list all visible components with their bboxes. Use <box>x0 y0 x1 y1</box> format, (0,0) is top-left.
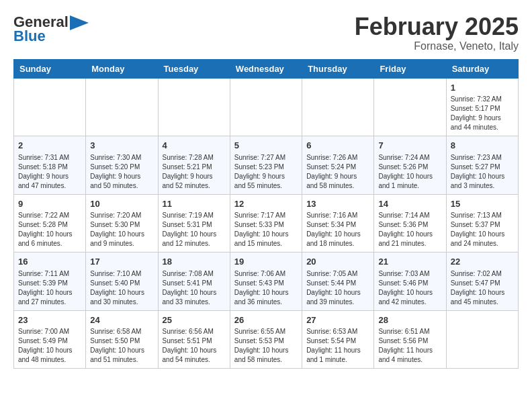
day-number: 12 <box>234 198 298 210</box>
day-info: Sunrise: 7:30 AM Sunset: 5:20 PM Dayligh… <box>90 153 153 191</box>
day-info: Sunrise: 7:06 AM Sunset: 5:43 PM Dayligh… <box>234 269 298 307</box>
day-number: 15 <box>451 198 514 210</box>
calendar-cell: 15Sunrise: 7:13 AM Sunset: 5:37 PM Dayli… <box>446 194 518 253</box>
calendar-cell <box>374 78 446 136</box>
calendar-cell: 8Sunrise: 7:23 AM Sunset: 5:27 PM Daylig… <box>446 136 518 195</box>
day-number: 18 <box>163 256 226 268</box>
calendar-cell: 25Sunrise: 6:56 AM Sunset: 5:51 PM Dayli… <box>158 310 230 369</box>
day-info: Sunrise: 6:55 AM Sunset: 5:53 PM Dayligh… <box>234 327 298 365</box>
calendar-week-row: 23Sunrise: 7:00 AM Sunset: 5:49 PM Dayli… <box>14 310 519 369</box>
day-info: Sunrise: 7:23 AM Sunset: 5:27 PM Dayligh… <box>451 153 514 191</box>
day-info: Sunrise: 7:05 AM Sunset: 5:44 PM Dayligh… <box>306 269 369 307</box>
calendar-cell: 1Sunrise: 7:32 AM Sunset: 5:17 PM Daylig… <box>446 78 518 136</box>
calendar-week-row: 2Sunrise: 7:31 AM Sunset: 5:18 PM Daylig… <box>14 136 519 195</box>
day-number: 11 <box>163 198 226 210</box>
day-number: 28 <box>378 314 441 326</box>
calendar-cell: 23Sunrise: 7:00 AM Sunset: 5:49 PM Dayli… <box>14 310 86 369</box>
day-number: 23 <box>18 314 81 326</box>
svg-marker-0 <box>70 15 89 30</box>
day-number: 1 <box>451 82 514 94</box>
day-info: Sunrise: 7:02 AM Sunset: 5:47 PM Dayligh… <box>451 269 514 307</box>
day-info: Sunrise: 7:24 AM Sunset: 5:26 PM Dayligh… <box>378 153 441 191</box>
calendar-cell <box>158 78 230 136</box>
day-info: Sunrise: 7:31 AM Sunset: 5:18 PM Dayligh… <box>18 153 81 191</box>
day-number: 16 <box>18 256 81 268</box>
calendar-cell: 2Sunrise: 7:31 AM Sunset: 5:18 PM Daylig… <box>14 136 86 195</box>
calendar-cell <box>86 78 158 136</box>
calendar-header-thursday: Thursday <box>302 59 374 78</box>
calendar-header-saturday: Saturday <box>446 59 518 78</box>
calendar-cell: 11Sunrise: 7:19 AM Sunset: 5:31 PM Dayli… <box>158 194 230 253</box>
calendar-header-wednesday: Wednesday <box>230 59 302 78</box>
calendar-header-tuesday: Tuesday <box>158 59 230 78</box>
calendar-cell: 4Sunrise: 7:28 AM Sunset: 5:21 PM Daylig… <box>158 136 230 195</box>
page-header: General Blue February 2025 Fornase, Vene… <box>13 13 519 52</box>
calendar-cell: 21Sunrise: 7:03 AM Sunset: 5:46 PM Dayli… <box>374 253 446 311</box>
day-info: Sunrise: 7:14 AM Sunset: 5:36 PM Dayligh… <box>378 211 441 248</box>
calendar-cell: 18Sunrise: 7:08 AM Sunset: 5:41 PM Dayli… <box>158 253 230 311</box>
day-number: 21 <box>378 256 441 268</box>
day-info: Sunrise: 7:08 AM Sunset: 5:41 PM Dayligh… <box>163 269 226 307</box>
calendar-cell <box>14 78 86 136</box>
day-number: 7 <box>378 140 441 152</box>
day-number: 8 <box>451 140 514 152</box>
day-number: 13 <box>306 198 369 210</box>
day-number: 22 <box>451 256 514 268</box>
calendar-cell: 9Sunrise: 7:22 AM Sunset: 5:28 PM Daylig… <box>14 194 86 253</box>
calendar-cell: 10Sunrise: 7:20 AM Sunset: 5:30 PM Dayli… <box>86 194 158 253</box>
day-number: 6 <box>306 140 369 152</box>
calendar-cell <box>446 310 518 369</box>
calendar-cell: 19Sunrise: 7:06 AM Sunset: 5:43 PM Dayli… <box>230 253 302 311</box>
calendar-week-row: 16Sunrise: 7:11 AM Sunset: 5:39 PM Dayli… <box>14 253 519 311</box>
day-number: 27 <box>306 314 369 326</box>
day-info: Sunrise: 7:16 AM Sunset: 5:34 PM Dayligh… <box>306 211 369 248</box>
day-number: 10 <box>90 198 153 210</box>
logo-blue: Blue <box>13 29 89 44</box>
day-number: 17 <box>90 256 153 268</box>
day-number: 5 <box>234 140 298 152</box>
calendar-week-row: 1Sunrise: 7:32 AM Sunset: 5:17 PM Daylig… <box>14 78 519 136</box>
logo-arrow-icon <box>70 15 89 31</box>
day-number: 26 <box>234 314 298 326</box>
day-number: 2 <box>18 140 81 152</box>
logo: General Blue <box>13 13 89 44</box>
calendar-title: February 2025 <box>355 13 519 40</box>
day-info: Sunrise: 7:20 AM Sunset: 5:30 PM Dayligh… <box>90 211 153 248</box>
calendar-cell: 3Sunrise: 7:30 AM Sunset: 5:20 PM Daylig… <box>86 136 158 195</box>
day-info: Sunrise: 7:19 AM Sunset: 5:31 PM Dayligh… <box>163 211 226 248</box>
calendar-cell: 22Sunrise: 7:02 AM Sunset: 5:47 PM Dayli… <box>446 253 518 311</box>
day-number: 19 <box>234 256 298 268</box>
calendar-subtitle: Fornase, Veneto, Italy <box>355 40 519 52</box>
calendar-cell: 6Sunrise: 7:26 AM Sunset: 5:24 PM Daylig… <box>302 136 374 195</box>
calendar-cell: 12Sunrise: 7:17 AM Sunset: 5:33 PM Dayli… <box>230 194 302 253</box>
calendar-week-row: 9Sunrise: 7:22 AM Sunset: 5:28 PM Daylig… <box>14 194 519 253</box>
title-block: February 2025 Fornase, Veneto, Italy <box>355 13 519 52</box>
day-info: Sunrise: 7:00 AM Sunset: 5:49 PM Dayligh… <box>18 327 81 365</box>
day-info: Sunrise: 7:11 AM Sunset: 5:39 PM Dayligh… <box>18 269 81 307</box>
calendar-cell <box>302 78 374 136</box>
calendar-cell <box>230 78 302 136</box>
day-info: Sunrise: 7:03 AM Sunset: 5:46 PM Dayligh… <box>378 269 441 307</box>
calendar-cell: 24Sunrise: 6:58 AM Sunset: 5:50 PM Dayli… <box>86 310 158 369</box>
calendar-header-row: SundayMondayTuesdayWednesdayThursdayFrid… <box>14 59 519 78</box>
calendar-cell: 26Sunrise: 6:55 AM Sunset: 5:53 PM Dayli… <box>230 310 302 369</box>
day-number: 25 <box>163 314 226 326</box>
day-info: Sunrise: 6:51 AM Sunset: 5:56 PM Dayligh… <box>378 327 441 365</box>
calendar-cell: 28Sunrise: 6:51 AM Sunset: 5:56 PM Dayli… <box>374 310 446 369</box>
day-number: 9 <box>18 198 81 210</box>
day-info: Sunrise: 7:32 AM Sunset: 5:17 PM Dayligh… <box>451 95 514 132</box>
calendar-cell: 17Sunrise: 7:10 AM Sunset: 5:40 PM Dayli… <box>86 253 158 311</box>
day-info: Sunrise: 7:22 AM Sunset: 5:28 PM Dayligh… <box>18 211 81 248</box>
day-info: Sunrise: 6:53 AM Sunset: 5:54 PM Dayligh… <box>306 327 369 365</box>
day-number: 4 <box>163 140 226 152</box>
day-info: Sunrise: 7:28 AM Sunset: 5:21 PM Dayligh… <box>163 153 226 191</box>
calendar-cell: 20Sunrise: 7:05 AM Sunset: 5:44 PM Dayli… <box>302 253 374 311</box>
day-number: 14 <box>378 198 441 210</box>
calendar-table: SundayMondayTuesdayWednesdayThursdayFrid… <box>13 59 519 369</box>
day-number: 20 <box>306 256 369 268</box>
day-info: Sunrise: 7:17 AM Sunset: 5:33 PM Dayligh… <box>234 211 298 248</box>
day-info: Sunrise: 7:10 AM Sunset: 5:40 PM Dayligh… <box>90 269 153 307</box>
day-info: Sunrise: 7:13 AM Sunset: 5:37 PM Dayligh… <box>451 211 514 248</box>
calendar-cell: 27Sunrise: 6:53 AM Sunset: 5:54 PM Dayli… <box>302 310 374 369</box>
day-number: 3 <box>90 140 153 152</box>
